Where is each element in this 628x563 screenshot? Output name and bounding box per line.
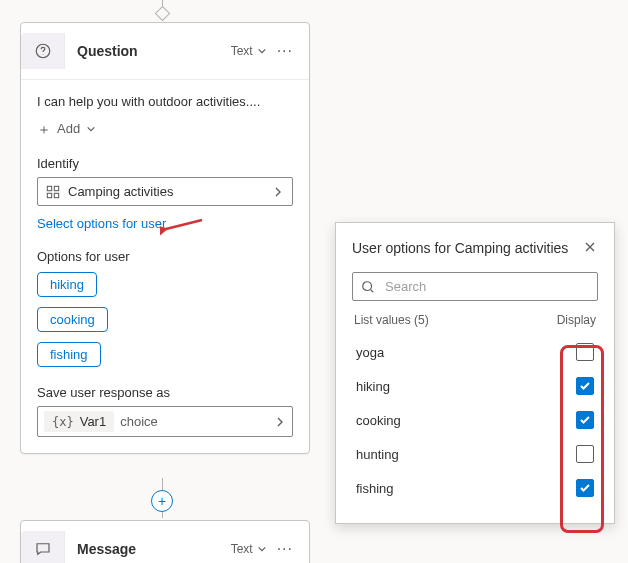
chevron-right-icon (272, 186, 284, 198)
svg-rect-2 (47, 186, 51, 190)
list-item: cooking (352, 403, 598, 437)
svg-rect-4 (47, 193, 51, 197)
option-chip[interactable]: hiking (37, 272, 97, 297)
type-label: Text (231, 542, 253, 556)
close-icon (584, 241, 596, 253)
option-chip[interactable]: fishing (37, 342, 101, 367)
user-options-panel: User options for Camping activities List… (335, 222, 615, 524)
prompt-text: I can help you with outdoor activities..… (37, 94, 293, 109)
list-item-label: hunting (356, 447, 399, 462)
type-dropdown[interactable]: Text (231, 44, 273, 58)
chevron-down-icon (257, 544, 267, 554)
more-menu[interactable]: ··· (273, 540, 297, 558)
chevron-down-icon (86, 124, 96, 134)
type-label: Text (231, 44, 253, 58)
svg-rect-5 (54, 193, 58, 197)
entity-picker[interactable]: Camping activities (37, 177, 293, 206)
variable-icon: {x} (52, 415, 74, 429)
chevron-right-icon (274, 416, 286, 428)
display-checkbox[interactable] (576, 343, 594, 361)
add-node-button[interactable]: + (151, 490, 173, 512)
variable-name: Var1 (80, 414, 107, 429)
list-item: fishing (352, 471, 598, 505)
variable-pill: {x} Var1 (44, 411, 114, 432)
card-title: Question (65, 43, 231, 59)
variable-type: choice (120, 414, 158, 429)
close-button[interactable] (582, 237, 598, 258)
options-label: Options for user (37, 249, 293, 264)
panel-title: User options for Camping activities (352, 240, 568, 256)
select-options-link[interactable]: Select options for user (37, 216, 166, 231)
entity-icon (46, 185, 60, 199)
list-item: hunting (352, 437, 598, 471)
options-chips: hikingcookingfishing (37, 272, 293, 367)
list-item-label: yoga (356, 345, 384, 360)
svg-rect-3 (54, 186, 58, 190)
list-item-label: cooking (356, 413, 401, 428)
card-title: Message (65, 541, 231, 557)
card-header: Message Text ··· (21, 521, 309, 563)
display-column-label: Display (557, 313, 596, 327)
option-chip[interactable]: cooking (37, 307, 108, 332)
add-button[interactable]: ＋ Add (37, 119, 96, 138)
options-list: yogahikingcookinghuntingfishing (352, 335, 598, 505)
search-icon (361, 280, 375, 294)
identify-label: Identify (37, 156, 293, 171)
add-label: Add (57, 121, 80, 136)
display-checkbox[interactable] (576, 445, 594, 463)
display-checkbox[interactable] (576, 377, 594, 395)
svg-point-1 (42, 54, 43, 55)
chevron-down-icon (257, 46, 267, 56)
list-item: yoga (352, 335, 598, 369)
entity-value: Camping activities (68, 184, 272, 199)
card-header: Question Text ··· (21, 23, 309, 80)
display-checkbox[interactable] (576, 411, 594, 429)
list-item: hiking (352, 369, 598, 403)
list-item-label: hiking (356, 379, 390, 394)
question-node[interactable]: Question Text ··· I can help you with ou… (20, 22, 310, 454)
message-icon (21, 531, 65, 563)
plus-icon: ＋ (37, 122, 51, 136)
svg-point-6 (363, 281, 372, 290)
search-input[interactable] (383, 278, 589, 295)
flow-connector-diamond (155, 6, 171, 22)
type-dropdown[interactable]: Text (231, 542, 273, 556)
list-values-label: List values (5) (354, 313, 429, 327)
display-checkbox[interactable] (576, 479, 594, 497)
question-icon (21, 33, 65, 69)
save-as-label: Save user response as (37, 385, 293, 400)
list-item-label: fishing (356, 481, 394, 496)
variable-picker[interactable]: {x} Var1 choice (37, 406, 293, 437)
more-menu[interactable]: ··· (273, 42, 297, 60)
message-node[interactable]: Message Text ··· (20, 520, 310, 563)
search-input-wrapper[interactable] (352, 272, 598, 301)
